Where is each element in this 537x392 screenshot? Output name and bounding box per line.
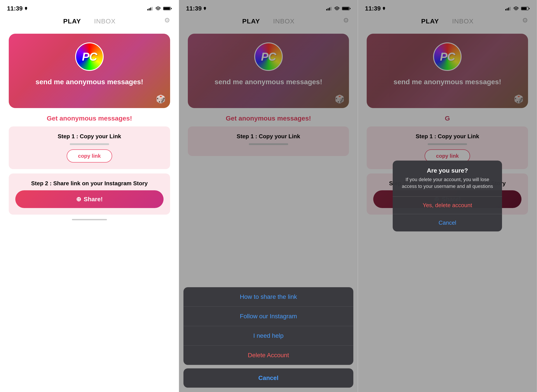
screen2: 11:39 PLAY INBOX ⚙ [179, 0, 358, 392]
step1-card-2: Step 1 : Copy your Link [188, 126, 349, 156]
svg-rect-10 [329, 8, 330, 10]
action-sheet: How to share the link Follow our Instagr… [183, 287, 354, 365]
status-bar-1: 11:39 [0, 0, 179, 13]
wifi-icon-2 [334, 7, 340, 10]
battery-icon-1 [163, 7, 172, 10]
svg-rect-1 [149, 8, 150, 10]
share-button-1[interactable]: ⊕ Share! [15, 190, 164, 208]
share-icon-1: ⊕ [76, 196, 81, 203]
content-2: Get anonymous messages! Step 1 : Copy yo… [179, 115, 358, 156]
svg-rect-6 [163, 7, 170, 10]
svg-rect-0 [147, 9, 148, 10]
alert-title: Are you sure? [393, 161, 502, 176]
step1-label-1: Step 1 : Copy your Link [15, 133, 164, 140]
nav-play-2[interactable]: PLAY [242, 18, 260, 25]
svg-point-12 [337, 10, 337, 11]
location-icon-1 [24, 7, 28, 10]
battery-icon-2 [342, 7, 351, 10]
gear-icon-1[interactable]: ⚙ [164, 16, 170, 24]
svg-rect-15 [350, 8, 351, 9]
action-sheet-cancel[interactable]: Cancel [183, 368, 354, 388]
content-1: Get anonymous messages! Step 1 : Copy yo… [0, 115, 179, 215]
hero-tagline-2: send me anonymous messages! [214, 77, 322, 87]
hero-tagline-1: send me anonymous messages! [36, 77, 144, 87]
link-placeholder-1 [70, 143, 109, 145]
nav-inbox-1[interactable]: INBOX [94, 18, 116, 25]
step2-card-1: Step 2 : Share link on your Instagram St… [9, 173, 170, 215]
home-indicator-1 [72, 219, 107, 220]
alert-overlay: Are you sure? If you delete your account… [358, 0, 537, 392]
share-label-1: Share! [84, 196, 103, 203]
hero-card-2: PC send me anonymous messages! 🎲 [188, 34, 349, 108]
svg-point-4 [158, 10, 158, 11]
step2-label-1: Step 2 : Share link on your Instagram St… [15, 180, 164, 187]
link-placeholder-2 [249, 143, 288, 145]
svg-rect-3 [152, 7, 153, 10]
section-title-1: Get anonymous messages! [9, 115, 170, 122]
svg-rect-11 [331, 7, 331, 10]
svg-rect-9 [328, 8, 329, 10]
dice-icon-2: 🎲 [335, 94, 345, 104]
nav-bar-2: PLAY INBOX ⚙ [179, 13, 358, 27]
screen1: 11:39 PLAY INBOX ⚙ [0, 0, 179, 392]
action-need-help[interactable]: I need help [183, 326, 354, 346]
location-icon-2 [203, 7, 207, 10]
dice-icon-1: 🎲 [156, 94, 166, 104]
pc-logo-2: PC [254, 42, 283, 71]
alert-cancel-button[interactable]: Cancel [393, 214, 502, 231]
status-icons-2 [326, 7, 351, 10]
action-delete-account[interactable]: Delete Account [183, 346, 354, 365]
action-follow-instagram[interactable]: Follow our Instagram [183, 307, 354, 326]
nav-play-1[interactable]: PLAY [63, 18, 81, 25]
step1-card-1: Step 1 : Copy your Link copy link [9, 126, 170, 169]
signal-icon-1 [147, 7, 153, 10]
nav-inbox-2[interactable]: INBOX [273, 18, 295, 25]
svg-rect-14 [343, 7, 349, 10]
nav-bar-1: PLAY INBOX ⚙ [0, 13, 179, 27]
svg-rect-2 [150, 8, 151, 10]
svg-rect-13 [342, 7, 350, 10]
action-sheet-overlay: How to share the link Follow our Instagr… [179, 283, 358, 392]
svg-rect-7 [171, 8, 172, 9]
wifi-icon-1 [155, 7, 161, 10]
pc-logo-1: PC [75, 42, 104, 71]
time-2: 11:39 [186, 5, 207, 12]
step1-label-2: Step 1 : Copy your Link [194, 133, 343, 140]
alert-dialog: Are you sure? If you delete your account… [393, 161, 502, 231]
alert-confirm-button[interactable]: Yes, delete account [393, 197, 502, 214]
svg-rect-8 [326, 9, 327, 10]
copy-link-button-1[interactable]: copy link [67, 149, 112, 163]
signal-icon-2 [326, 7, 332, 10]
status-icons-1 [147, 7, 172, 10]
section-title-2: Get anonymous messages! [188, 115, 349, 122]
status-bar-2: 11:39 [179, 0, 358, 13]
hero-card-1: PC send me anonymous messages! 🎲 [9, 34, 170, 108]
action-how-to-share[interactable]: How to share the link [183, 287, 354, 307]
screen3: 11:39 PLAY INBOX ⚙ [358, 0, 537, 392]
alert-message: If you delete your account, you will los… [393, 176, 502, 196]
time-1: 11:39 [7, 5, 28, 12]
gear-icon-2[interactable]: ⚙ [343, 16, 349, 24]
